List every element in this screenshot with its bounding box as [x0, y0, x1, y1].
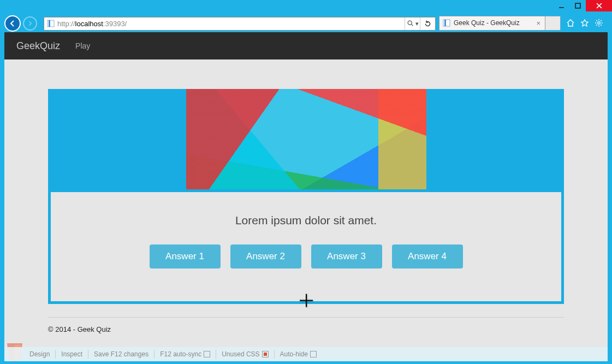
footer-copyright: © 2014 - Geek Quiz: [48, 318, 564, 341]
bl-autohide-toggle[interactable]: Auto-hide: [275, 350, 322, 359]
bl-save-f12-button[interactable]: Save F12 changes: [88, 350, 155, 359]
tab-close-button[interactable]: ×: [535, 19, 542, 27]
bl-autohide-checkbox[interactable]: [310, 351, 317, 357]
browser-tools: [562, 19, 608, 29]
answer-button-4[interactable]: Answer 4: [392, 244, 463, 268]
svg-rect-1: [575, 3, 580, 8]
site-navbar: GeekQuiz Play: [4, 32, 608, 59]
maximize-button[interactable]: [569, 0, 586, 11]
favorites-icon[interactable]: [580, 19, 589, 29]
bl-unusedcss-checkbox[interactable]: [262, 351, 269, 357]
tab-favicon-icon: [443, 19, 450, 27]
svg-rect-8: [443, 20, 450, 26]
forward-button[interactable]: [23, 16, 37, 31]
svg-line-18: [601, 20, 602, 21]
answers-row: Answer 1 Answer 2 Answer 3 Answer 4: [62, 244, 550, 268]
page-favicon-icon: [46, 19, 55, 28]
settings-gear-icon[interactable]: [595, 19, 603, 29]
answer-button-3[interactable]: Answer 3: [311, 244, 382, 268]
hero-banner: [48, 89, 564, 189]
browser-tab[interactable]: Geek Quiz - GeekQuiz ×: [439, 16, 545, 31]
window-titlebar: [0, 0, 612, 15]
svg-point-10: [598, 21, 600, 23]
svg-rect-4: [47, 20, 54, 27]
address-url: http://localhost:39393/: [57, 20, 405, 28]
svg-line-15: [596, 20, 597, 21]
answer-button-1[interactable]: Answer 1: [150, 244, 221, 268]
bl-autohide-label: Auto-hide: [280, 350, 308, 358]
hero-image: [186, 89, 426, 189]
brand-link[interactable]: GeekQuiz: [16, 40, 60, 52]
svg-point-6: [408, 21, 412, 25]
refresh-button[interactable]: [420, 17, 435, 30]
browser-navbar: http://localhost:39393/ ▾ Geek Quiz - Ge…: [0, 15, 612, 32]
svg-rect-9: [444, 20, 446, 26]
insert-cursor-icon: [299, 293, 314, 310]
bl-unusedcss-toggle[interactable]: Unused CSS: [216, 350, 274, 359]
svg-rect-5: [49, 20, 50, 27]
new-tab-button[interactable]: [545, 16, 561, 31]
svg-line-7: [411, 25, 413, 26]
quiz-panel: Lorem ipsum dolor sit amet. Answer 1 Ans…: [48, 189, 564, 304]
svg-line-16: [601, 25, 602, 26]
answer-button-2[interactable]: Answer 2: [230, 244, 301, 268]
browserlink-toolbar: Design Inspect Save F12 changes F12 auto…: [4, 347, 608, 361]
bl-autosync-label: F12 auto-sync: [160, 350, 201, 358]
close-button[interactable]: [586, 0, 612, 11]
bl-autosync-checkbox[interactable]: [204, 351, 210, 357]
svg-line-17: [596, 25, 597, 26]
back-button[interactable]: [4, 15, 21, 32]
search-dropdown-button[interactable]: ▾: [405, 17, 420, 30]
tab-strip: Geek Quiz - GeekQuiz ×: [439, 15, 561, 32]
page-viewport: GeekQuiz Play Lorem ipsum dolor sit amet…: [4, 32, 608, 347]
bl-inspect-button[interactable]: Inspect: [56, 350, 88, 359]
bl-design-button[interactable]: Design: [24, 350, 56, 359]
minimize-button[interactable]: [553, 0, 569, 11]
tab-title: Geek Quiz - GeekQuiz: [454, 19, 535, 27]
address-bar[interactable]: http://localhost:39393/ ▾: [44, 17, 436, 31]
home-icon[interactable]: [566, 19, 575, 29]
nav-play-link[interactable]: Play: [75, 41, 90, 50]
question-text: Lorem ipsum dolor sit amet.: [62, 214, 550, 227]
bl-autosync-toggle[interactable]: F12 auto-sync: [155, 350, 216, 359]
bl-unusedcss-label: Unused CSS: [222, 350, 259, 358]
